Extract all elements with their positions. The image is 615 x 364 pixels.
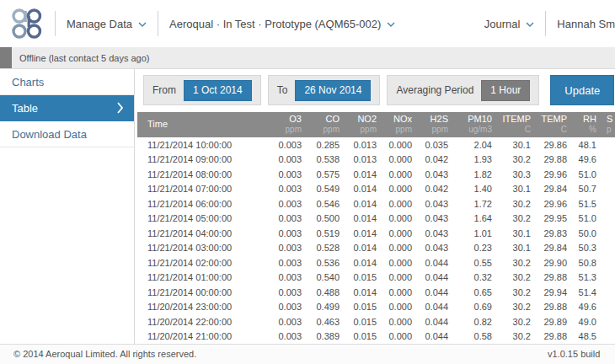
cell-value: 30.1 [499,226,537,241]
table-row: 11/21/2014 00:00:000.0030.4880.0140.0000… [137,285,615,300]
cell-value: 1.82 [455,167,499,182]
cell-value: 30.2 [499,314,537,329]
sidebar-item-download-data[interactable]: Download Data [0,121,134,147]
cell-value: 0.035 [419,137,455,153]
cell-time: 11/21/2014 07:00:00 [137,182,270,197]
column-header-pm10: PM10ug/m3 [455,112,499,137]
cell-value: 0.014 [346,255,383,270]
cell-value: 30.2 [499,196,537,211]
table-row: 11/21/2014 08:00:000.0030.5750.0140.0000… [137,167,615,182]
cell-value [603,153,615,168]
from-date-button[interactable]: 1 Oct 2014 [184,80,252,101]
chevron-down-icon [526,22,534,28]
cell-value: 0.013 [346,153,383,168]
divider [545,11,546,36]
cell-value: 0.044 [419,300,455,315]
cell-value: 0.000 [383,314,419,329]
cell-value: 0.014 [346,167,383,182]
cell-value: 50.3 [574,241,603,256]
cell-value: 29.89 [537,314,574,329]
main-content: From 1 Oct 2014 To 26 Nov 2014 Averaging… [135,69,615,344]
update-button[interactable]: Update [550,75,614,105]
table-row: 11/21/2014 02:00:000.0030.5360.0140.0000… [137,255,615,270]
status-accent-block [0,47,12,68]
cell-value: 0.488 [308,285,346,300]
table-row: 11/21/2014 09:00:000.0030.5380.0130.0000… [137,153,615,168]
cell-value: 49.6 [574,153,603,168]
cell-time: 11/21/2014 04:00:00 [137,226,270,241]
cell-value: 0.55 [455,255,499,270]
cell-value: 0.003 [270,196,308,211]
cell-value: 0.000 [383,241,419,256]
cell-value: 1.93 [455,153,499,168]
chevron-right-icon [117,102,124,114]
cell-value: 0.285 [308,137,346,153]
cell-value: 30.2 [499,285,537,300]
cell-value: 0.500 [308,211,346,227]
table-row: 11/21/2014 01:00:000.0030.5400.0150.0000… [137,270,615,286]
cell-value: 0.000 [383,226,419,241]
cell-value: 0.014 [346,241,383,256]
cell-time: 11/21/2014 03:00:00 [137,241,270,256]
cell-value: 0.003 [270,329,308,345]
column-header-co: COppm [308,112,346,137]
cell-value: 0.014 [346,211,383,227]
table-row: 11/20/2014 21:00:000.0030.3890.0150.0000… [137,329,615,345]
cell-time: 11/21/2014 09:00:00 [137,153,270,168]
cell-value: 29.88 [537,153,574,168]
offline-status-text: Offline (last contact 5 days ago) [12,47,150,68]
table-row: 11/21/2014 07:00:000.0030.5490.0140.0000… [137,182,615,197]
cell-value: 0.044 [419,285,455,300]
cell-value [603,182,615,197]
cell-value: 0.014 [346,182,383,197]
cell-value: 0.58 [455,329,499,345]
cell-value: 1.40 [455,182,499,197]
version-text: v1.0.15 build [548,349,600,359]
cell-value: 0.003 [270,153,308,168]
cell-value: 0.043 [419,167,455,182]
cell-value: 0.003 [270,182,308,197]
cell-value: 29.84 [537,182,574,197]
filter-bar: From 1 Oct 2014 To 26 Nov 2014 Averaging… [143,75,615,105]
journal-menu[interactable]: Journal [484,18,535,30]
top-bar: Manage Data Aeroqual · In Test · Prototy… [0,0,615,47]
cell-value: 0.575 [308,167,346,182]
cell-time: 11/20/2014 21:00:00 [137,329,270,345]
sidebar: Charts Table Download Data [0,69,135,344]
cell-value: 29.90 [537,255,574,270]
sidebar-item-table[interactable]: Table [0,95,134,121]
cell-value: 0.549 [308,182,346,197]
cell-value: 29.88 [537,270,574,286]
table-row: 11/21/2014 03:00:000.0030.5280.0140.0000… [137,241,615,256]
sidebar-item-label: Download Data [12,128,87,141]
cell-value [603,285,615,300]
cell-time: 11/21/2014 00:00:00 [137,285,270,300]
manage-data-menu[interactable]: Manage Data [67,18,147,30]
cell-time: 11/20/2014 23:00:00 [137,300,270,315]
cell-value: 29.95 [537,211,574,227]
cell-value: 0.499 [308,300,346,315]
cell-value: 50.7 [574,182,603,197]
averaging-period-group: Averaging Period 1 Hour [387,75,539,105]
cell-value: 0.536 [308,255,346,270]
column-header-rh: RH% [574,112,603,137]
cell-value: 0.044 [419,314,455,329]
cell-value: 51.0 [574,211,603,227]
to-date-button[interactable]: 26 Nov 2014 [295,80,371,101]
divider [158,11,158,36]
cell-value: 29.88 [537,329,574,345]
column-header-o3: O3ppm [270,112,308,137]
user-menu[interactable]: Hannah Sm [557,18,615,30]
sidebar-item-charts[interactable]: Charts [0,69,134,95]
to-label: To [277,84,288,96]
device-selector[interactable]: Aeroqual · In Test · Prototype (AQM65-00… [169,18,395,30]
cell-value [603,270,615,286]
averaging-period-button[interactable]: 1 Hour [481,80,530,101]
cell-value: 0.043 [419,211,455,227]
cell-value: 0.044 [419,329,455,345]
cell-value [603,211,615,227]
cell-value: 1.72 [455,196,499,211]
cell-value: 0.044 [419,255,455,270]
cell-value: 1.64 [455,211,499,227]
cell-value: 49.6 [574,300,603,315]
